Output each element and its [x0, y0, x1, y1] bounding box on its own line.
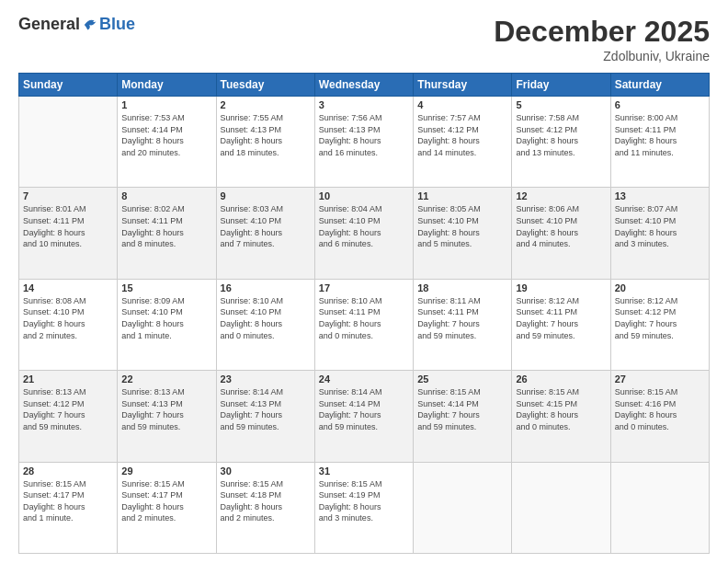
day-number: 17 — [319, 282, 409, 293]
day-number: 20 — [615, 282, 705, 293]
day-number: 27 — [615, 373, 705, 385]
day-info: Sunrise: 8:01 AM Sunset: 4:11 PM Dayligh… — [23, 203, 113, 249]
header-right: December 2025 Zdolbuniv, Ukraine — [494, 15, 710, 63]
calendar-header-monday: Monday — [118, 74, 216, 97]
month-title: December 2025 — [494, 15, 710, 49]
day-info: Sunrise: 8:10 AM Sunset: 4:10 PM Dayligh… — [221, 295, 311, 341]
day-number: 16 — [221, 282, 311, 293]
logo: General Blue — [18, 15, 135, 34]
calendar-cell: 10Sunrise: 8:04 AM Sunset: 4:10 PM Dayli… — [314, 188, 413, 279]
calendar-header-saturday: Saturday — [610, 74, 709, 97]
calendar-cell: 22Sunrise: 8:13 AM Sunset: 4:13 PM Dayli… — [118, 371, 216, 462]
calendar-cell: 21Sunrise: 8:13 AM Sunset: 4:12 PM Dayli… — [19, 371, 118, 462]
day-info: Sunrise: 8:14 AM Sunset: 4:13 PM Dayligh… — [221, 386, 311, 432]
day-info: Sunrise: 8:12 AM Sunset: 4:12 PM Dayligh… — [615, 295, 705, 341]
day-number: 28 — [23, 465, 113, 477]
day-number: 22 — [121, 373, 211, 385]
day-number: 4 — [417, 99, 507, 110]
calendar-header-tuesday: Tuesday — [216, 74, 314, 97]
day-number: 25 — [417, 373, 507, 385]
day-info: Sunrise: 8:06 AM Sunset: 4:10 PM Dayligh… — [516, 203, 606, 249]
calendar-cell: 15Sunrise: 8:09 AM Sunset: 4:10 PM Dayli… — [118, 279, 216, 370]
header: General Blue December 2025 Zdolbuniv, Uk… — [18, 15, 710, 63]
calendar-cell: 28Sunrise: 8:15 AM Sunset: 4:17 PM Dayli… — [19, 462, 118, 553]
calendar-cell: 24Sunrise: 8:14 AM Sunset: 4:14 PM Dayli… — [314, 371, 413, 462]
calendar-header-friday: Friday — [512, 74, 610, 97]
day-info: Sunrise: 8:13 AM Sunset: 4:13 PM Dayligh… — [121, 386, 211, 432]
day-info: Sunrise: 7:57 AM Sunset: 4:12 PM Dayligh… — [417, 112, 507, 158]
day-number: 18 — [417, 282, 507, 293]
calendar-cell: 29Sunrise: 8:15 AM Sunset: 4:17 PM Dayli… — [118, 462, 216, 553]
day-number: 15 — [121, 282, 211, 293]
calendar-cell — [610, 462, 709, 553]
calendar-cell: 11Sunrise: 8:05 AM Sunset: 4:10 PM Dayli… — [414, 188, 512, 279]
day-info: Sunrise: 8:03 AM Sunset: 4:10 PM Dayligh… — [221, 203, 311, 249]
calendar-header-wednesday: Wednesday — [314, 74, 413, 97]
calendar-header-row: SundayMondayTuesdayWednesdayThursdayFrid… — [19, 74, 710, 97]
calendar-header-sunday: Sunday — [19, 74, 118, 97]
day-number: 21 — [23, 373, 113, 385]
calendar-cell: 17Sunrise: 8:10 AM Sunset: 4:11 PM Dayli… — [314, 279, 413, 370]
calendar-cell: 9Sunrise: 8:03 AM Sunset: 4:10 PM Daylig… — [216, 188, 314, 279]
day-info: Sunrise: 7:55 AM Sunset: 4:13 PM Dayligh… — [221, 112, 311, 158]
day-number: 19 — [516, 282, 606, 293]
calendar-cell: 20Sunrise: 8:12 AM Sunset: 4:12 PM Dayli… — [610, 279, 709, 370]
calendar-cell: 5Sunrise: 7:58 AM Sunset: 4:12 PM Daylig… — [512, 97, 610, 188]
calendar-cell: 19Sunrise: 8:12 AM Sunset: 4:11 PM Dayli… — [512, 279, 610, 370]
day-info: Sunrise: 8:09 AM Sunset: 4:10 PM Dayligh… — [121, 295, 211, 341]
calendar-week-row: 1Sunrise: 7:53 AM Sunset: 4:14 PM Daylig… — [19, 97, 710, 188]
day-info: Sunrise: 8:15 AM Sunset: 4:15 PM Dayligh… — [516, 386, 606, 432]
calendar-week-row: 28Sunrise: 8:15 AM Sunset: 4:17 PM Dayli… — [19, 462, 710, 553]
day-info: Sunrise: 8:15 AM Sunset: 4:14 PM Dayligh… — [417, 386, 507, 432]
day-number: 31 — [319, 465, 409, 477]
calendar-cell: 8Sunrise: 8:02 AM Sunset: 4:11 PM Daylig… — [118, 188, 216, 279]
calendar-cell — [512, 462, 610, 553]
day-info: Sunrise: 8:13 AM Sunset: 4:12 PM Dayligh… — [23, 386, 113, 432]
day-number: 26 — [516, 373, 606, 385]
day-info: Sunrise: 8:05 AM Sunset: 4:10 PM Dayligh… — [417, 203, 507, 249]
day-number: 14 — [23, 282, 113, 293]
calendar-cell: 7Sunrise: 8:01 AM Sunset: 4:11 PM Daylig… — [19, 188, 118, 279]
day-info: Sunrise: 8:12 AM Sunset: 4:11 PM Dayligh… — [516, 295, 606, 341]
day-number: 1 — [121, 99, 211, 110]
calendar-cell: 30Sunrise: 8:15 AM Sunset: 4:18 PM Dayli… — [216, 462, 314, 553]
day-number: 13 — [615, 190, 705, 201]
calendar-cell: 12Sunrise: 8:06 AM Sunset: 4:10 PM Dayli… — [512, 188, 610, 279]
day-number: 29 — [121, 465, 211, 477]
day-info: Sunrise: 7:56 AM Sunset: 4:13 PM Dayligh… — [319, 112, 409, 158]
calendar-cell: 31Sunrise: 8:15 AM Sunset: 4:19 PM Dayli… — [314, 462, 413, 553]
day-info: Sunrise: 8:04 AM Sunset: 4:10 PM Dayligh… — [319, 203, 409, 249]
day-info: Sunrise: 8:15 AM Sunset: 4:18 PM Dayligh… — [221, 478, 311, 524]
logo-bird-icon — [83, 17, 99, 33]
day-number: 9 — [221, 190, 311, 201]
day-number: 2 — [221, 99, 311, 110]
day-info: Sunrise: 8:15 AM Sunset: 4:19 PM Dayligh… — [319, 478, 409, 524]
day-info: Sunrise: 7:58 AM Sunset: 4:12 PM Dayligh… — [516, 112, 606, 158]
calendar-cell: 23Sunrise: 8:14 AM Sunset: 4:13 PM Dayli… — [216, 371, 314, 462]
day-number: 24 — [319, 373, 409, 385]
day-number: 7 — [23, 190, 113, 201]
calendar-cell — [414, 462, 512, 553]
day-number: 10 — [319, 190, 409, 201]
calendar-cell: 26Sunrise: 8:15 AM Sunset: 4:15 PM Dayli… — [512, 371, 610, 462]
calendar-week-row: 7Sunrise: 8:01 AM Sunset: 4:11 PM Daylig… — [19, 188, 710, 279]
day-number: 3 — [319, 99, 409, 110]
calendar-cell: 3Sunrise: 7:56 AM Sunset: 4:13 PM Daylig… — [314, 97, 413, 188]
day-info: Sunrise: 8:15 AM Sunset: 4:17 PM Dayligh… — [121, 478, 211, 524]
page: General Blue December 2025 Zdolbuniv, Uk… — [0, 0, 728, 563]
calendar-cell: 16Sunrise: 8:10 AM Sunset: 4:10 PM Dayli… — [216, 279, 314, 370]
calendar-table: SundayMondayTuesdayWednesdayThursdayFrid… — [18, 73, 710, 554]
day-info: Sunrise: 8:02 AM Sunset: 4:11 PM Dayligh… — [121, 203, 211, 249]
day-number: 6 — [615, 99, 705, 110]
day-number: 30 — [221, 465, 311, 477]
calendar-cell: 25Sunrise: 8:15 AM Sunset: 4:14 PM Dayli… — [414, 371, 512, 462]
calendar-cell: 18Sunrise: 8:11 AM Sunset: 4:11 PM Dayli… — [414, 279, 512, 370]
location-text: Zdolbuniv, Ukraine — [494, 49, 710, 63]
day-info: Sunrise: 8:00 AM Sunset: 4:11 PM Dayligh… — [615, 112, 705, 158]
calendar-cell — [19, 97, 118, 188]
calendar-cell: 4Sunrise: 7:57 AM Sunset: 4:12 PM Daylig… — [414, 97, 512, 188]
day-number: 23 — [221, 373, 311, 385]
day-info: Sunrise: 7:53 AM Sunset: 4:14 PM Dayligh… — [121, 112, 211, 158]
calendar-week-row: 21Sunrise: 8:13 AM Sunset: 4:12 PM Dayli… — [19, 371, 710, 462]
day-info: Sunrise: 8:15 AM Sunset: 4:16 PM Dayligh… — [615, 386, 705, 432]
